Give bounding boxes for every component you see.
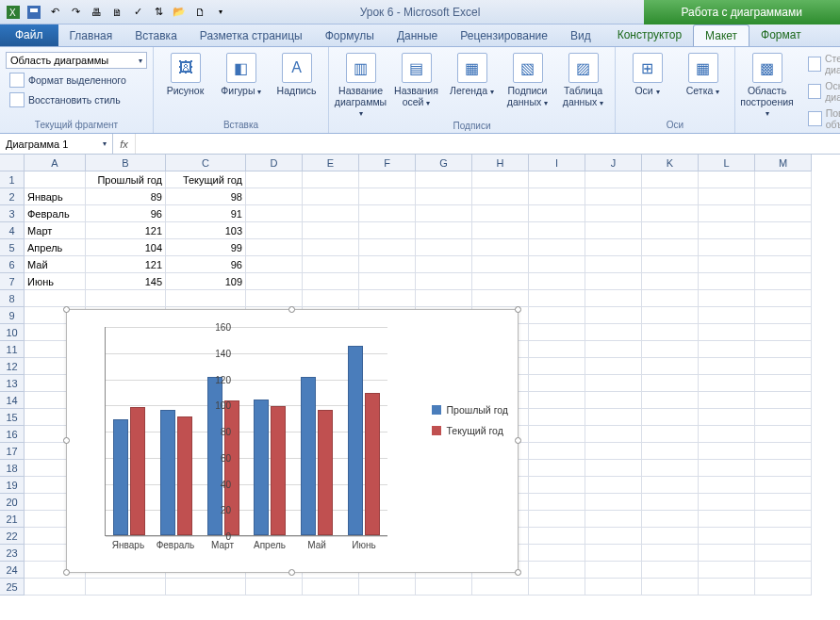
cell[interactable]: [416, 222, 472, 239]
bar[interactable]: [365, 393, 380, 535]
cell[interactable]: [755, 205, 812, 222]
cell[interactable]: 121: [86, 256, 166, 273]
legend-item[interactable]: Текущий год: [432, 425, 508, 436]
cell[interactable]: [585, 375, 642, 392]
resize-handle[interactable]: [515, 306, 521, 313]
col-header[interactable]: I: [529, 155, 585, 171]
row-header[interactable]: 2: [0, 188, 25, 205]
resize-handle[interactable]: [63, 569, 70, 576]
bar[interactable]: [271, 406, 286, 535]
row-header[interactable]: 4: [0, 222, 25, 239]
col-header[interactable]: E: [303, 155, 359, 171]
cell[interactable]: [642, 528, 699, 545]
cell[interactable]: [86, 579, 166, 596]
bar[interactable]: [348, 346, 363, 535]
cell[interactable]: [472, 222, 529, 239]
cell[interactable]: [416, 171, 472, 188]
plot-area[interactable]: [105, 327, 387, 536]
cell[interactable]: [529, 222, 585, 239]
col-header[interactable]: D: [246, 155, 303, 171]
cell[interactable]: [529, 477, 585, 494]
axis-titles-button[interactable]: ▤Названия осей ▾: [390, 49, 442, 107]
cell[interactable]: [699, 341, 755, 358]
row-header[interactable]: 21: [0, 511, 25, 528]
cell[interactable]: [755, 256, 812, 273]
bar[interactable]: [113, 419, 128, 535]
row-header[interactable]: 12: [0, 358, 25, 375]
print-icon[interactable]: 🖶: [89, 5, 104, 20]
resize-handle[interactable]: [515, 569, 521, 576]
cell[interactable]: 145: [86, 273, 166, 290]
cell[interactable]: [585, 358, 642, 375]
cell[interactable]: [359, 222, 416, 239]
cell[interactable]: [642, 290, 699, 307]
cell[interactable]: [529, 409, 585, 426]
cell[interactable]: [529, 426, 585, 443]
cell[interactable]: [699, 562, 755, 579]
cell[interactable]: [642, 341, 699, 358]
save-icon[interactable]: [26, 5, 41, 20]
cell[interactable]: [755, 290, 812, 307]
row-header[interactable]: 23: [0, 545, 25, 562]
cell[interactable]: [585, 341, 642, 358]
row-header[interactable]: 3: [0, 205, 25, 222]
cell[interactable]: [755, 579, 812, 596]
row-header[interactable]: 17: [0, 443, 25, 460]
cell[interactable]: [755, 511, 812, 528]
spelling-icon[interactable]: ✓: [130, 5, 145, 20]
cell[interactable]: [755, 477, 812, 494]
cell[interactable]: [303, 256, 359, 273]
cell[interactable]: [585, 392, 642, 409]
row-header[interactable]: 20: [0, 494, 25, 511]
cell[interactable]: [755, 392, 812, 409]
cell[interactable]: [529, 579, 585, 596]
cell[interactable]: [472, 171, 529, 188]
tab-Формулы[interactable]: Формулы: [314, 25, 386, 46]
cell[interactable]: [529, 256, 585, 273]
legend-item[interactable]: Прошлый год: [432, 404, 508, 416]
cell[interactable]: [585, 205, 642, 222]
cell[interactable]: [699, 273, 755, 290]
cell[interactable]: Май: [25, 256, 86, 273]
formula-input[interactable]: [136, 134, 840, 154]
tab-Главная[interactable]: Главная: [58, 25, 124, 46]
cell[interactable]: [416, 579, 472, 596]
format-selection-button[interactable]: Формат выделенного: [6, 72, 130, 89]
cell[interactable]: [699, 324, 755, 341]
cell[interactable]: [472, 188, 529, 205]
bar[interactable]: [177, 416, 192, 535]
file-tab[interactable]: Файл: [0, 24, 58, 46]
cell[interactable]: [585, 511, 642, 528]
bar[interactable]: [254, 400, 269, 535]
data-table-button[interactable]: ▨Таблица данных ▾: [557, 49, 609, 107]
spreadsheet-grid[interactable]: ABCDEFGHIJKLM 12345678910111213141516171…: [0, 155, 840, 618]
resize-handle[interactable]: [63, 306, 70, 313]
cell[interactable]: [699, 528, 755, 545]
cell[interactable]: [585, 409, 642, 426]
cell[interactable]: [755, 188, 812, 205]
col-header[interactable]: M: [755, 155, 812, 171]
cell[interactable]: [699, 222, 755, 239]
cell[interactable]: [699, 409, 755, 426]
cell[interactable]: [585, 562, 642, 579]
cell[interactable]: [699, 477, 755, 494]
cell[interactable]: [585, 426, 642, 443]
cell[interactable]: [359, 273, 416, 290]
cell[interactable]: [472, 256, 529, 273]
cell[interactable]: 103: [166, 222, 246, 239]
row-header[interactable]: 5: [0, 239, 25, 256]
cell[interactable]: [359, 205, 416, 222]
cell[interactable]: [585, 443, 642, 460]
cell[interactable]: [529, 358, 585, 375]
cell[interactable]: [25, 579, 86, 596]
cell[interactable]: [359, 256, 416, 273]
cell[interactable]: [472, 205, 529, 222]
cell[interactable]: [585, 239, 642, 256]
cell[interactable]: [755, 528, 812, 545]
cell[interactable]: [166, 579, 246, 596]
row-header[interactable]: 7: [0, 273, 25, 290]
cell[interactable]: [755, 494, 812, 511]
row-header[interactable]: 9: [0, 307, 25, 324]
cell[interactable]: [359, 239, 416, 256]
open-icon[interactable]: 📂: [172, 5, 187, 20]
